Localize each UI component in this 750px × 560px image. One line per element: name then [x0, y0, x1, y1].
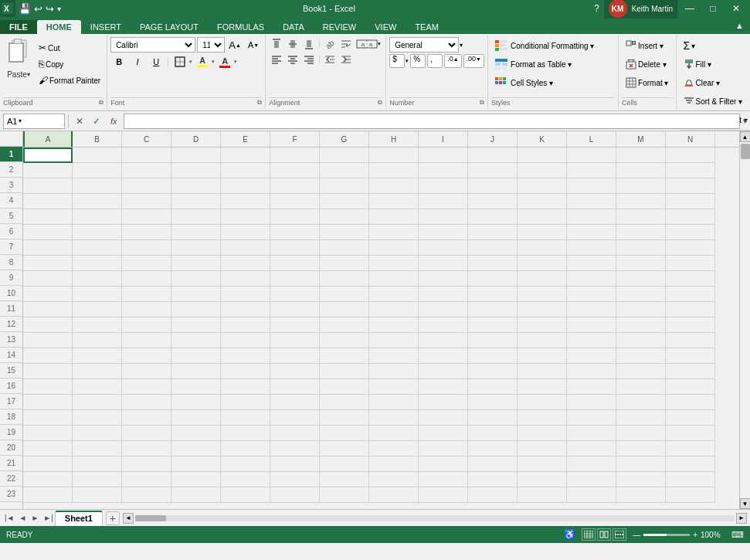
cell-K23[interactable] [518, 487, 567, 503]
row-19[interactable]: 19 [0, 425, 22, 440]
cell-H9[interactable] [369, 271, 419, 287]
cell-N3[interactable] [666, 178, 715, 194]
cell-I19[interactable] [419, 426, 468, 441]
col-header-N[interactable]: N [666, 131, 715, 147]
col-header-B[interactable]: B [73, 131, 122, 147]
center-align-button[interactable] [285, 53, 300, 66]
merge-center-dropdown[interactable]: ▾ [378, 41, 381, 47]
cell-E22[interactable] [221, 472, 270, 487]
cell-E1[interactable] [221, 148, 270, 163]
cell-C4[interactable] [122, 194, 171, 209]
cell-A12[interactable] [23, 317, 73, 333]
cell-E17[interactable] [221, 395, 270, 410]
col-header-J[interactable]: J [468, 131, 518, 147]
cell-E5[interactable] [221, 209, 270, 225]
cell-A20[interactable] [23, 441, 73, 456]
cell-styles-button[interactable]: Cell Styles ▾ [491, 74, 557, 91]
cell-L15[interactable] [567, 364, 616, 379]
cell-F13[interactable] [270, 333, 320, 348]
cell-M8[interactable] [616, 256, 666, 271]
currency-dropdown[interactable]: ▾ [406, 58, 409, 64]
cell-D4[interactable] [171, 194, 221, 209]
cell-A17[interactable] [23, 395, 73, 410]
cell-L14[interactable] [567, 348, 616, 364]
cell-F4[interactable] [270, 194, 320, 209]
cell-I1[interactable] [419, 148, 468, 163]
autosum-button[interactable]: Σ ▾ [680, 37, 700, 54]
increase-indent-button[interactable] [338, 53, 354, 66]
cell-D7[interactable] [171, 240, 221, 256]
middle-align-button[interactable] [285, 37, 300, 51]
cell-M13[interactable] [616, 333, 666, 348]
cell-J6[interactable] [468, 225, 518, 240]
row-6[interactable]: 6 [0, 224, 22, 239]
cell-N7[interactable] [666, 240, 715, 256]
prev-sheet-button[interactable]: ◄ [18, 514, 29, 522]
cell-H10[interactable] [369, 287, 419, 302]
add-sheet-button[interactable]: + [106, 511, 120, 525]
tab-view[interactable]: VIEW [365, 20, 406, 34]
cell-G10[interactable] [320, 287, 369, 302]
cell-C23[interactable] [122, 487, 171, 503]
cell-D5[interactable] [171, 209, 221, 225]
cell-H22[interactable] [369, 472, 419, 487]
cell-C2[interactable] [122, 163, 171, 178]
cell-M12[interactable] [616, 317, 666, 333]
cell-L19[interactable] [567, 426, 616, 441]
cell-N6[interactable] [666, 225, 715, 240]
cell-E21[interactable] [221, 456, 270, 472]
cell-F7[interactable] [270, 240, 320, 256]
cell-F19[interactable] [270, 426, 320, 441]
cell-M11[interactable] [616, 302, 666, 317]
cell-M18[interactable] [616, 410, 666, 426]
cell-J8[interactable] [468, 256, 518, 271]
cell-C13[interactable] [122, 333, 171, 348]
cell-L13[interactable] [567, 333, 616, 348]
cell-K14[interactable] [518, 348, 567, 364]
cell-N1[interactable] [666, 148, 715, 163]
cell-I14[interactable] [419, 348, 468, 364]
cell-M14[interactable] [616, 348, 666, 364]
cell-I11[interactable] [419, 302, 468, 317]
cell-N19[interactable] [666, 426, 715, 441]
cell-D16[interactable] [171, 379, 221, 395]
cell-E11[interactable] [221, 302, 270, 317]
formula-expand-button[interactable]: ▾ [743, 117, 747, 125]
cell-L2[interactable] [567, 163, 616, 178]
decrease-decimal-button[interactable]: .00▼ [463, 54, 484, 68]
cell-L1[interactable] [567, 148, 616, 163]
cell-H17[interactable] [369, 395, 419, 410]
cell-G21[interactable] [320, 456, 369, 472]
cell-E23[interactable] [221, 487, 270, 503]
cell-J16[interactable] [468, 379, 518, 395]
cell-J10[interactable] [468, 287, 518, 302]
cell-E18[interactable] [221, 410, 270, 426]
col-header-F[interactable]: F [270, 131, 320, 147]
cell-E4[interactable] [221, 194, 270, 209]
cell-I10[interactable] [419, 287, 468, 302]
cell-H2[interactable] [369, 163, 419, 178]
cell-E13[interactable] [221, 333, 270, 348]
cell-C10[interactable] [122, 287, 171, 302]
cell-I17[interactable] [419, 395, 468, 410]
cell-K20[interactable] [518, 441, 567, 456]
cell-B2[interactable] [73, 163, 122, 178]
page-break-view-button[interactable] [613, 528, 626, 541]
cell-M2[interactable] [616, 163, 666, 178]
cell-F15[interactable] [270, 364, 320, 379]
cell-E12[interactable] [221, 317, 270, 333]
cell-N15[interactable] [666, 364, 715, 379]
cell-K9[interactable] [518, 271, 567, 287]
cell-A8[interactable] [23, 256, 73, 271]
ribbon-collapse-button[interactable]: ▲ [735, 21, 744, 30]
row-7[interactable]: 7 [0, 239, 22, 255]
cell-N9[interactable] [666, 271, 715, 287]
cell-L6[interactable] [567, 225, 616, 240]
cell-M10[interactable] [616, 287, 666, 302]
format-cells-button[interactable]: Format ▾ [622, 74, 672, 91]
help-button[interactable]: ? [591, 3, 602, 14]
fill-color-dropdown[interactable]: ▾ [212, 59, 215, 65]
cell-reference-box[interactable]: A1 ▾ [3, 114, 65, 129]
cell-E15[interactable] [221, 364, 270, 379]
fill-color-button[interactable]: A [194, 54, 211, 70]
